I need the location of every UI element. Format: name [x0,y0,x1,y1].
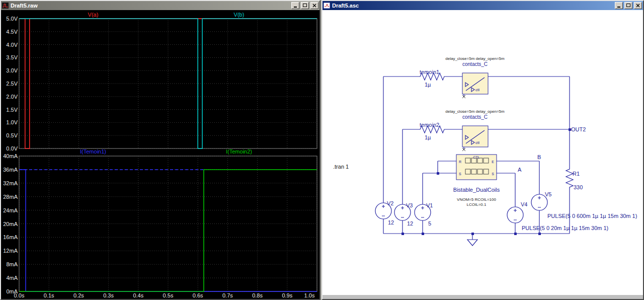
schematic-titlebar[interactable]: Draft5.asc [323,1,643,10]
source-v1[interactable]: V1 5 [415,202,433,227]
svg-text:3.5V: 3.5V [6,54,18,60]
waveform-window: Draft5.raw 5.0V4.5V4.0V3.5V3.0V2.5V2.0V1… [0,0,320,300]
source-v3-name: V3 [406,202,413,208]
bistable-pin-ctl: CTL [473,156,479,159]
source-v2[interactable]: V2 12 [375,200,394,226]
switch-contacts2[interactable]: delay_close=5m delay_open=5m contacts_C … [445,109,505,151]
source-v4-name: V4 [521,201,527,207]
resistor-temoin1[interactable]: temoin1 1µ [418,69,447,88]
contacts1-ctl-pin: ctl [475,88,479,92]
waveform-window-icon [2,3,9,9]
svg-text:V(a): V(a) [88,12,99,18]
source-v1-name: V1 [426,202,433,208]
svg-text:24mA: 24mA [3,207,18,213]
waveform-titlebar[interactable]: Draft5.raw [1,1,319,10]
close-button[interactable] [310,2,318,9]
bistable-pin-r: R [459,160,461,164]
net-label-a: A [518,167,522,173]
svg-text:32mA: 32mA [3,180,18,186]
svg-text:I(Temoin2): I(Temoin2) [226,148,252,155]
bistable-pin-s-left: S [459,172,461,176]
svg-text:4.5V: 4.5V [6,29,18,35]
contacts2-attrs: delay_close=5m delay_open=5m [445,109,505,114]
source-v5[interactable]: V5 PULSE(5 0 600m 1µ 1µ 15m 30m 1) [531,191,637,219]
svg-text:0.5s: 0.5s [163,292,174,298]
bistable-pin-s-right: S [492,172,494,176]
maximize-button[interactable] [301,2,309,9]
schematic-window: Draft5.asc [321,0,644,300]
switch-contacts1[interactable]: delay_close=5m delay_open=5m contacts_C … [445,56,505,98]
svg-text:0.9s: 0.9s [282,292,292,298]
net-label-out2: OUT2 [571,126,586,132]
svg-text:2.5V: 2.5V [6,81,18,87]
waveform-plot-area[interactable]: 5.0V4.5V4.0V3.5V3.0V2.5V2.0V1.5V1.0V0.5V… [1,10,319,299]
window-bottom-strip [323,295,643,299]
resistor-r1[interactable]: R1 330 [566,167,583,190]
svg-text:16mA: 16mA [3,234,18,240]
contacts1-attrs: delay_close=5m delay_open=5m [445,56,505,61]
svg-text:28mA: 28mA [3,194,18,200]
ground-symbol[interactable] [467,240,477,246]
svg-text:1.0V: 1.0V [6,119,18,125]
source-v5-name: V5 [545,191,551,197]
schematic-window-title: Draft5.asc [332,3,613,9]
source-v1-value: 5 [428,220,431,227]
bistable-attrs-2: LCOIL=0.1 [467,202,487,207]
schematic-window-icon [324,3,331,9]
minimize-button[interactable] [291,2,299,9]
source-v5-value: PULSE(5 0 600m 1µ 1µ 15m 30m 1) [547,213,637,219]
maximize-button[interactable] [624,2,632,9]
contacts2-ctl-pin: ctl [475,140,479,145]
source-v3[interactable]: V3 12 [394,202,413,227]
svg-text:0.5V: 0.5V [6,132,18,138]
svg-text:2.0V: 2.0V [6,94,18,100]
bistable-attrs-1: VNOM=5 RCOIL=100 [457,197,496,202]
contacts1-type: contacts_C [462,61,488,67]
svg-text:0.0s: 0.0s [14,292,25,298]
waveform-plot-svg[interactable]: 5.0V4.5V4.0V3.5V3.0V2.5V2.0V1.5V1.0V0.5V… [1,10,319,299]
resistor-temoin2-value: 1µ [425,134,431,140]
svg-text:I(Temoin1): I(Temoin1) [80,148,106,155]
svg-text:0.3s: 0.3s [103,292,114,298]
svg-text:0.4s: 0.4s [133,292,143,298]
resistor-temoin1-value: 1µ [425,82,431,88]
svg-text:0.6s: 0.6s [193,292,203,298]
contacts2-type: contacts_C [462,114,488,120]
minimize-button[interactable] [615,2,623,9]
svg-text:12mA: 12mA [3,248,18,254]
bistable-name: Bistable_DualCoils [453,187,500,193]
svg-text:8mA: 8mA [6,261,18,267]
relay-bistable-dualcoils[interactable]: CTL R E S S Bistable_DualCoils VNOM=5 RC… [453,155,500,207]
resistor-temoin2[interactable]: temoin2 1µ [418,122,447,140]
svg-text:3.0V: 3.0V [6,67,18,73]
resistor-temoin2-name: temoin2 [420,122,439,128]
svg-text:0.2s: 0.2s [73,292,84,298]
source-v3-value: 12 [407,220,413,227]
schematic-canvas[interactable]: temoin1 1µ delay_close=5m delay_open=5m … [323,10,643,295]
svg-text:0.1s: 0.1s [44,292,54,298]
bistable-pin-e: E [492,160,494,164]
svg-text:0.7s: 0.7s [222,292,233,298]
svg-text:40mA: 40mA [3,153,18,159]
resistor-r1-value: 330 [574,184,583,190]
svg-text:1.5V: 1.5V [6,107,18,113]
svg-text:0.0V: 0.0V [6,145,18,152]
svg-text:V(b): V(b) [234,12,245,18]
spice-directive: .tran 1 [333,164,349,170]
svg-text:1.0s: 1.0s [304,292,315,298]
svg-text:20mA: 20mA [3,221,18,227]
close-button[interactable] [634,2,642,9]
net-label-b: B [537,154,541,160]
resistor-r1-name: R1 [573,171,580,177]
waveform-window-title: Draft5.raw [11,3,290,9]
source-v2-value: 12 [388,219,394,226]
source-v4-value: PULSE(5 0 20m 1µ 1µ 15m 30m 1) [522,225,608,231]
resistor-temoin1-name: temoin1 [420,69,439,75]
svg-text:4mA: 4mA [6,275,18,281]
svg-text:0.8s: 0.8s [252,292,263,298]
svg-text:4.0V: 4.0V [6,42,18,48]
svg-text:36mA: 36mA [3,167,18,173]
schematic-svg: temoin1 1µ delay_close=5m delay_open=5m … [323,10,643,295]
source-v2-name: V2 [387,200,393,206]
svg-text:5.0V: 5.0V [6,16,18,22]
